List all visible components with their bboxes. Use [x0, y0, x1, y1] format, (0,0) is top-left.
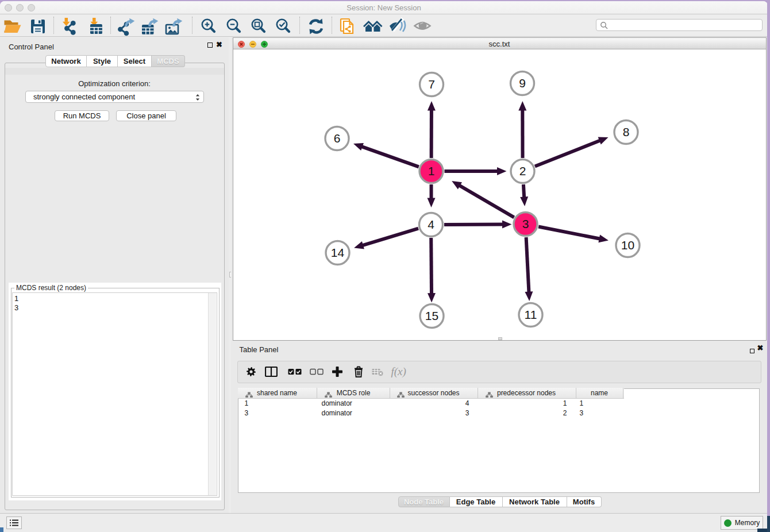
svg-text:11: 11: [524, 308, 537, 321]
svg-text:2: 2: [519, 164, 526, 178]
svg-text:6: 6: [333, 132, 340, 145]
svg-text:7: 7: [428, 78, 435, 91]
svg-text:1: 1: [428, 164, 434, 178]
svg-text:15: 15: [425, 309, 438, 322]
svg-text:8: 8: [622, 125, 629, 138]
svg-text:4: 4: [428, 218, 434, 231]
svg-text:3: 3: [522, 217, 529, 230]
svg-text:14: 14: [330, 246, 344, 259]
svg-text:10: 10: [621, 238, 634, 252]
svg-text:9: 9: [519, 76, 526, 90]
